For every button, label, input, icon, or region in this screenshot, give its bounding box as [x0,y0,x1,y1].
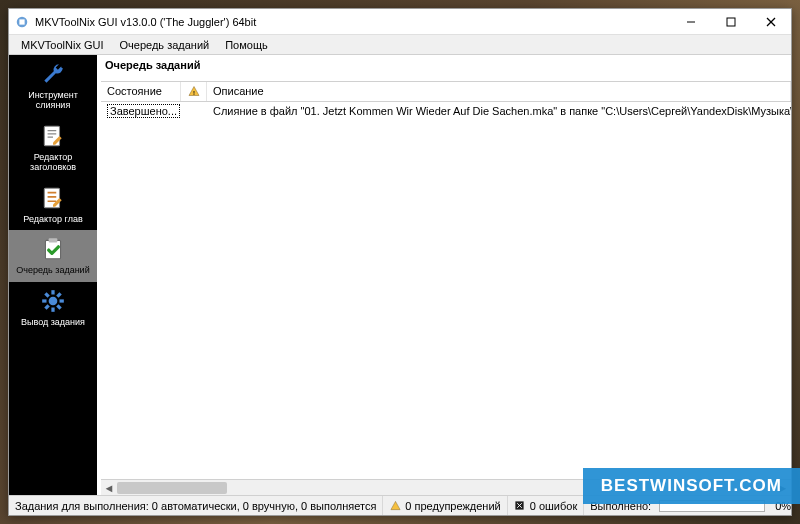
minimize-button[interactable] [671,9,711,35]
panel-title: Очередь заданий [97,55,791,77]
sidebar-item-job-queue[interactable]: Очередь заданий [9,230,97,282]
column-headers: Состояние ! Описание [101,82,791,102]
titlebar: MKVToolNix GUI v13.0.0 ('The Juggler') 6… [9,9,791,35]
svg-rect-6 [44,126,59,146]
sidebar-item-job-output[interactable]: Вывод задания [9,282,97,334]
svg-rect-7 [44,188,59,208]
edit-document-icon [39,122,67,150]
main-panel: Очередь заданий Состояние ! Описание [97,55,791,495]
svg-point-10 [49,297,58,306]
window-title: MKVToolNix GUI v13.0.0 ('The Juggler') 6… [35,16,671,28]
warning-icon: ! [188,85,200,99]
menubar: MKVToolNix GUI Очередь заданий Помощь [9,35,791,55]
sidebar-item-chapter-editor[interactable]: Редактор глав [9,179,97,231]
sidebar: Инструмент слияния Редактор заголовков Р… [9,55,97,495]
edit-chapters-icon [39,184,67,212]
maximize-button[interactable] [711,9,751,35]
status-warnings: 0 предупреждений [383,496,507,515]
menu-help[interactable]: Помощь [217,37,276,53]
svg-line-15 [45,294,48,297]
watermark: BESTWINSOFT.COM [583,468,800,504]
svg-rect-9 [49,239,58,243]
column-warning[interactable]: ! [181,82,207,101]
job-list: Состояние ! Описание Завершено... Слия [101,81,791,495]
sidebar-item-header-editor[interactable]: Редактор заголовков [9,117,97,179]
svg-rect-3 [727,18,735,26]
job-row[interactable]: Завершено... Слияние в файл "01. Jetzt K… [101,102,791,120]
column-description[interactable]: Описание [207,82,791,101]
close-button[interactable] [751,9,791,35]
status-errors: 0 ошибок [508,496,585,515]
svg-rect-1 [19,19,24,24]
gear-icon [39,287,67,315]
svg-line-16 [57,306,60,309]
app-window: MKVToolNix GUI v13.0.0 ('The Juggler') 6… [8,8,792,516]
error-icon [514,500,526,512]
svg-text:!: ! [193,89,195,95]
menu-job-queue[interactable]: Очередь заданий [112,37,218,53]
menu-mkvtoolnix-gui[interactable]: MKVToolNix GUI [13,37,112,53]
app-icon [15,15,29,29]
job-warning-cell [181,109,207,113]
scroll-left-icon[interactable]: ◄ [101,480,117,496]
job-status-cell: Завершено... [101,103,181,119]
sidebar-item-label: Редактор заголовков [11,153,95,173]
sidebar-item-label: Инструмент слияния [11,91,95,111]
sidebar-item-merge-tool[interactable]: Инструмент слияния [9,55,97,117]
status-pending: Задания для выполнения: 0 автоматически,… [9,496,383,515]
scroll-thumb[interactable] [117,482,227,494]
wrench-icon [39,60,67,88]
clipboard-check-icon [39,235,67,263]
warning-icon [389,500,401,512]
svg-line-17 [45,306,48,309]
job-description-cell: Слияние в файл "01. Jetzt Kommen Wir Wie… [207,103,791,119]
sidebar-item-label: Вывод задания [11,318,95,328]
column-status[interactable]: Состояние [101,82,181,101]
sidebar-item-label: Редактор глав [11,215,95,225]
sidebar-item-label: Очередь заданий [11,266,95,276]
svg-line-18 [57,294,60,297]
